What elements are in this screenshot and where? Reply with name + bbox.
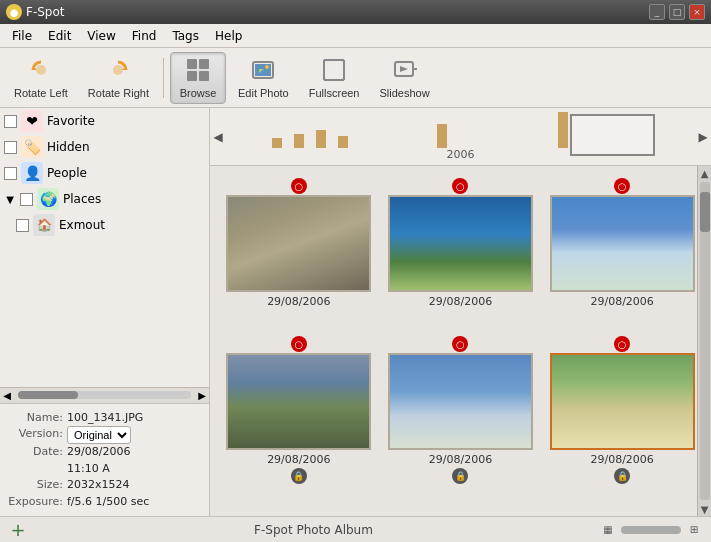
main-area: ❤️ Favorite 🏷️ Hidden 👤 People ▼ 🌍 Place…	[0, 108, 711, 516]
sidebar-item-hidden[interactable]: 🏷️ Hidden	[0, 134, 209, 160]
exmout-label: Exmout	[59, 218, 105, 232]
places-checkbox[interactable]	[20, 193, 33, 206]
toolbar: Rotate Left Rotate Right Browse	[0, 48, 711, 108]
hidden-checkbox[interactable]	[4, 141, 17, 154]
version-select[interactable]: Original	[67, 426, 131, 444]
fullscreen-icon	[320, 56, 348, 84]
timeline-bar-item	[437, 124, 447, 148]
svg-rect-6	[187, 71, 197, 81]
timeline-arrow-right[interactable]: ▶	[695, 112, 711, 161]
hidden-icon: 🏷️	[21, 136, 43, 158]
sidebar-item-places[interactable]: ▼ 🌍 Places	[0, 186, 209, 212]
sidebar-item-people[interactable]: 👤 People	[0, 160, 209, 186]
minimize-button[interactable]: _	[649, 4, 665, 20]
sidebar-scrollbar[interactable]: ◀ ▶	[0, 387, 209, 403]
tag-list: ❤️ Favorite 🏷️ Hidden 👤 People ▼ 🌍 Place…	[0, 108, 209, 387]
toolbar-separator-1	[163, 58, 164, 98]
rotate-right-icon	[104, 56, 132, 84]
edit-photo-label: Edit Photo	[238, 87, 289, 99]
svg-rect-9	[255, 64, 271, 76]
exmout-icon: 🏠	[33, 214, 55, 236]
svg-marker-14	[400, 66, 408, 72]
places-expand-icon[interactable]: ▼	[4, 193, 16, 205]
scroll-up-arrow[interactable]: ▲	[698, 166, 712, 180]
slideshow-button[interactable]: Slideshow	[372, 52, 438, 104]
menu-edit[interactable]: Edit	[40, 27, 79, 45]
photo-cell[interactable]: ○29/08/2006🔒	[384, 336, 538, 504]
photo-date-label: 29/08/2006	[590, 453, 653, 466]
photo-lock-icon: 🔒	[614, 468, 630, 484]
menu-find[interactable]: Find	[124, 27, 165, 45]
edit-photo-icon	[249, 56, 277, 84]
photo-cell[interactable]: ○29/08/2006	[384, 178, 538, 328]
menu-view[interactable]: View	[79, 27, 123, 45]
photo-tag-icon: ○	[614, 336, 630, 352]
menu-help[interactable]: Help	[207, 27, 250, 45]
timeline-content: 2006	[226, 112, 695, 161]
photo-date-label: 29/08/2006	[267, 295, 330, 308]
rotate-right-button[interactable]: Rotate Right	[80, 52, 157, 104]
edit-photo-button[interactable]: Edit Photo	[230, 52, 297, 104]
browse-button[interactable]: Browse	[170, 52, 226, 104]
photo-thumbnail[interactable]	[550, 353, 695, 450]
status-text: F-Spot Photo Album	[254, 523, 373, 537]
photo-date-label: 29/08/2006	[429, 453, 492, 466]
name-label: Name:	[8, 410, 63, 427]
timeline-bar-item	[338, 136, 348, 148]
photo-thumbnail[interactable]	[226, 195, 371, 292]
status-controls: ▦ ⊞	[599, 521, 703, 539]
photo-thumbnail[interactable]	[550, 195, 695, 292]
favorite-icon: ❤️	[21, 110, 43, 132]
close-button[interactable]: ×	[689, 4, 705, 20]
add-button[interactable]: +	[8, 520, 28, 540]
sidebar-scroll-left[interactable]: ◀	[0, 390, 14, 401]
exmout-checkbox[interactable]	[16, 219, 29, 232]
photo-lock-icon: 🔒	[452, 468, 468, 484]
fullscreen-label: Fullscreen	[309, 87, 360, 99]
photo-thumbnail[interactable]	[226, 353, 371, 450]
sidebar-scroll-track	[18, 391, 191, 399]
scroll-thumb	[700, 192, 710, 232]
content-area: ◀ 2006 ▶ ○29/08/2006○29/08/2006○29/08/20…	[210, 108, 711, 516]
photo-thumbnail[interactable]	[388, 195, 533, 292]
photo-grid-scrollbar[interactable]: ▲ ▼	[697, 166, 711, 516]
photo-date-label: 29/08/2006	[267, 453, 330, 466]
photo-cell[interactable]: ○29/08/2006🔒	[222, 336, 376, 504]
sidebar-item-favorite[interactable]: ❤️ Favorite	[0, 108, 209, 134]
photo-tag-icon: ○	[291, 178, 307, 194]
rotate-left-button[interactable]: Rotate Left	[6, 52, 76, 104]
photo-cell[interactable]: ○29/08/2006	[545, 178, 699, 328]
svg-point-11	[265, 65, 269, 69]
hidden-label: Hidden	[47, 140, 90, 154]
svg-rect-4	[187, 59, 197, 69]
photo-thumbnail[interactable]	[388, 353, 533, 450]
favorite-checkbox[interactable]	[4, 115, 17, 128]
zoom-slider[interactable]	[621, 526, 681, 534]
slideshow-label: Slideshow	[380, 87, 430, 99]
menu-file[interactable]: File	[4, 27, 40, 45]
sidebar-scroll-thumb	[18, 391, 78, 399]
timeline-bar: ◀ 2006 ▶	[210, 108, 711, 166]
people-label: People	[47, 166, 87, 180]
view-grid-button[interactable]: ▦	[599, 521, 617, 539]
sidebar-item-exmout[interactable]: 🏠 Exmout	[0, 212, 209, 238]
timeline-bar-item	[272, 138, 282, 148]
statusbar: + F-Spot Photo Album ▦ ⊞	[0, 516, 711, 542]
timeline-arrow-left[interactable]: ◀	[210, 112, 226, 161]
fullscreen-button[interactable]: Fullscreen	[301, 52, 368, 104]
view-fit-button[interactable]: ⊞	[685, 521, 703, 539]
svg-point-3	[113, 65, 123, 75]
photo-cell[interactable]: ○29/08/2006	[222, 178, 376, 328]
photo-tag-icon: ○	[291, 336, 307, 352]
people-checkbox[interactable]	[4, 167, 17, 180]
photo-date-label: 29/08/2006	[429, 295, 492, 308]
menu-tags[interactable]: Tags	[164, 27, 207, 45]
sidebar-scroll-right[interactable]: ▶	[195, 390, 209, 401]
maximize-button[interactable]: □	[669, 4, 685, 20]
photo-cell[interactable]: ○29/08/2006🔒	[545, 336, 699, 504]
size-label: Size:	[8, 477, 63, 494]
svg-rect-12	[324, 60, 344, 80]
photo-size: 2032x1524	[67, 477, 130, 494]
browse-label: Browse	[180, 87, 217, 99]
scroll-down-arrow[interactable]: ▼	[698, 502, 712, 516]
